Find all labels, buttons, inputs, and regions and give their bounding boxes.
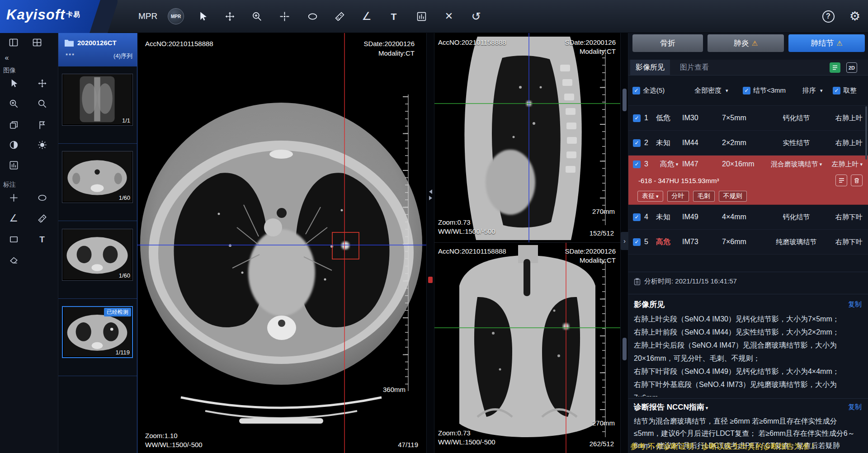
row-checkbox[interactable]: ✓ xyxy=(633,238,641,246)
series-thumbnail-ct[interactable]: 1/60 xyxy=(62,229,133,281)
collapse-sidebar-button[interactable]: « xyxy=(2,53,12,63)
series-item[interactable]: 1/60 xyxy=(58,144,137,221)
type-dropdown[interactable]: 混合磨玻璃结节▾ xyxy=(769,160,824,169)
locate-icon xyxy=(839,178,844,183)
sb-angle-annot[interactable]: ∠ xyxy=(5,210,23,227)
sb-magnify-tool[interactable] xyxy=(33,95,51,112)
coronal-scrollbar-thumb[interactable] xyxy=(623,338,627,360)
text-icon: T xyxy=(39,235,45,244)
tab-findings[interactable]: 影像所见 xyxy=(630,60,670,76)
caret-down-icon[interactable]: ▾ xyxy=(706,405,708,411)
ellipse-tool-button[interactable] xyxy=(302,6,322,26)
sagittal-viewport[interactable]: AccNO:202101158888 SDate:20200126 Modali… xyxy=(434,33,620,243)
nodule-location: 右肺上叶 xyxy=(824,114,863,123)
sort-dropdown[interactable]: 排序 ▾ xyxy=(802,82,823,99)
copy-findings-button[interactable]: 复制 xyxy=(848,300,862,309)
nodule-row-2[interactable]: ✓ 2 未知 IM44 2×2mm 实性结节 右肺上叶 xyxy=(628,131,868,156)
checkbox-checked[interactable]: ✓ xyxy=(833,87,840,94)
panel-collapse-handle[interactable]: › xyxy=(621,232,628,250)
cursor-tool-button[interactable] xyxy=(193,6,212,26)
series-item[interactable]: 1/1 xyxy=(58,66,137,144)
round-checkbox[interactable]: ✓ 取整 xyxy=(833,82,857,99)
location-dropdown[interactable]: 左肺上叶▾ xyxy=(824,160,863,169)
series-thumbnail-ct-selected[interactable]: 已经检测 1/119 xyxy=(62,306,133,358)
triangle-right-icon xyxy=(429,196,432,200)
trait-chip-lobulation[interactable]: 分叶 xyxy=(667,191,689,202)
report-icon-button[interactable] xyxy=(830,62,840,73)
window-level-tool-button[interactable] xyxy=(411,6,431,26)
sb-brightness-tool[interactable] xyxy=(33,136,51,153)
mpr-tool-button[interactable]: MPR xyxy=(166,6,186,26)
settings-button[interactable]: ⚙ xyxy=(845,6,865,26)
pneumonia-tab-button[interactable]: 肺炎 ⚠ xyxy=(708,34,784,52)
scale-label: 270mm xyxy=(592,208,615,215)
trait-chip-irregular[interactable]: 不规则 xyxy=(719,191,747,202)
row-checkbox[interactable]: ✓ xyxy=(633,114,641,122)
slice-position-marker[interactable] xyxy=(428,277,433,283)
series-item-selected[interactable]: 已经检测 1/119 xyxy=(58,299,137,376)
sb-copy-tool[interactable] xyxy=(5,116,23,133)
nodule-row-1[interactable]: ✓ 1 低危 IM30 7×5mm 钙化结节 右肺上叶 xyxy=(628,106,868,131)
row-checkbox[interactable]: ✓ xyxy=(633,213,641,221)
study-date: SDate:20200126 xyxy=(363,40,415,47)
trait-chip-spiculation[interactable]: 毛刺 xyxy=(693,191,715,202)
copy-report-button[interactable]: 复制 xyxy=(848,403,862,411)
risk-dropdown[interactable]: 高危▾ xyxy=(656,160,682,169)
nodule-row-5[interactable]: ✓ 5 高危 IM73 7×6mm 纯磨玻璃结节 右肺下叶 xyxy=(628,230,868,255)
text-tool-button[interactable]: T xyxy=(384,6,404,26)
checkbox-checked[interactable]: ✓ xyxy=(632,87,640,94)
study-header[interactable]: 20200126CT *** (4)序列 xyxy=(58,33,137,66)
reset-tool-button[interactable]: ↺ xyxy=(466,6,486,26)
crosshair-tool-button[interactable] xyxy=(274,6,294,26)
axial-viewport[interactable]: AccNO:202101158888 SDate:20200126 Modali… xyxy=(137,33,426,453)
coronal-viewport[interactable]: AccNO:202101158888 SDate:20200126 Modali… xyxy=(434,243,620,453)
nodule-row-3-selected[interactable]: ✓ 3 高危▾ IM47 20×16mm 混合磨玻璃结节▾ 左肺上叶▾ -618… xyxy=(628,156,868,205)
close-tool-button[interactable]: ✕ xyxy=(439,6,459,26)
help-button[interactable]: ? xyxy=(818,6,838,26)
sagittal-scrollbar-thumb[interactable] xyxy=(623,89,627,111)
sb-eraser-annot[interactable] xyxy=(5,251,23,268)
check-icon: ✓ xyxy=(834,88,839,93)
fracture-tab-button[interactable]: 骨折 xyxy=(632,34,703,52)
row-checkbox[interactable]: ✓ xyxy=(633,160,641,168)
sb-text-annot[interactable]: T xyxy=(33,231,51,248)
sb-flag-tool[interactable] xyxy=(33,116,51,133)
row-checkbox[interactable]: ✓ xyxy=(633,139,641,147)
delete-nodule-button[interactable] xyxy=(851,175,863,186)
nodule-row-4[interactable]: ✓ 4 未知 IM49 4×4mm 钙化结节 右肺下叶 xyxy=(628,205,868,230)
series-thumbnail-ct[interactable]: 1/60 xyxy=(62,151,133,203)
zoom-in-tool-button[interactable] xyxy=(247,6,267,26)
sb-crosshair-annot[interactable] xyxy=(5,189,23,206)
lung-nodule-tab-button[interactable]: 肺结节 ⚠ xyxy=(788,34,865,52)
traits-dropdown[interactable]: 表征▾ xyxy=(637,191,663,202)
study-date: SDate:20200126 xyxy=(565,38,616,46)
small-nodule-checkbox[interactable]: ✓ 结节<3mm xyxy=(743,82,786,99)
sb-cursor-tool[interactable] xyxy=(5,75,23,92)
ellipse-icon xyxy=(307,11,318,22)
sb-move-tool[interactable] xyxy=(33,75,51,92)
ruler-tool-button[interactable] xyxy=(330,6,349,26)
locate-nodule-button[interactable] xyxy=(835,175,847,186)
series-item[interactable]: 1/60 xyxy=(58,222,137,299)
nodule-row-3-header[interactable]: ✓ 3 高危▾ IM47 20×16mm 混合磨玻璃结节▾ 左肺上叶▾ xyxy=(628,156,868,173)
sb-ellipse-annot[interactable] xyxy=(33,189,51,206)
select-all-checkbox[interactable]: ✓ 全选(5) xyxy=(632,82,665,99)
sb-zoom-in-tool[interactable] xyxy=(5,95,23,112)
2d-toggle-button[interactable]: 2D xyxy=(846,62,857,73)
angle-tool-button[interactable]: ∠ xyxy=(357,6,377,26)
layout-split-button[interactable] xyxy=(28,34,46,51)
density-filter-dropdown[interactable]: 全部密度 ▾ xyxy=(694,82,728,99)
crosshair-icon xyxy=(9,193,19,203)
layout-grid-button[interactable] xyxy=(5,34,23,51)
nodule-size: 20×16mm xyxy=(722,160,769,168)
series-thumbnail-scout[interactable]: 1/1 xyxy=(62,74,133,126)
sb-window-level-tool[interactable] xyxy=(5,156,23,174)
sb-ruler-annot[interactable] xyxy=(33,210,51,227)
divider-drag-handle[interactable] xyxy=(427,188,434,202)
move-tool-button[interactable] xyxy=(220,6,240,26)
tab-picture-view[interactable]: 图片查看 xyxy=(675,60,714,76)
nodule-list-scrollbar[interactable] xyxy=(865,106,867,160)
checkbox-checked[interactable]: ✓ xyxy=(743,87,750,94)
sb-rectangle-annot[interactable] xyxy=(5,231,23,248)
sb-invert-tool[interactable] xyxy=(5,136,23,153)
